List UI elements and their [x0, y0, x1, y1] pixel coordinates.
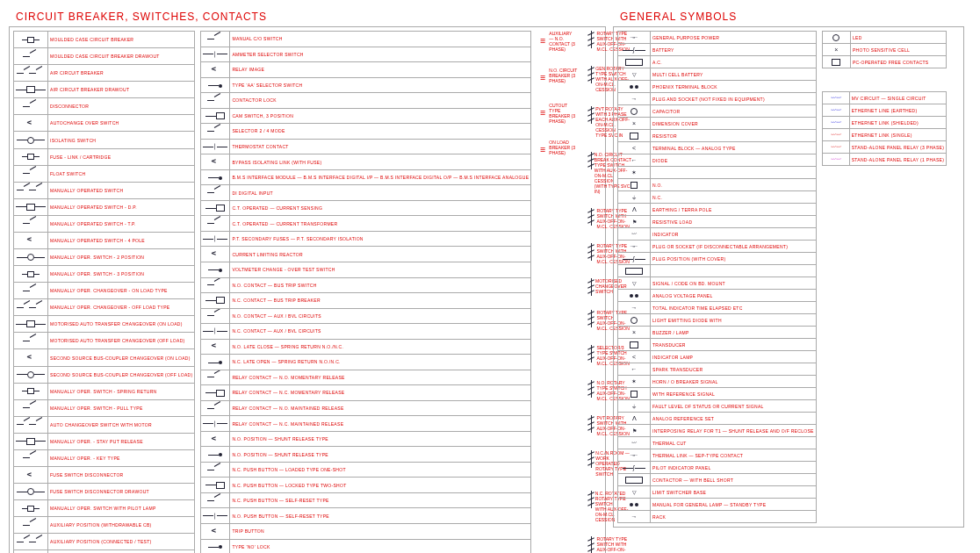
symbol-cell	[618, 68, 651, 81]
label-cell: CONTACTOR LOCK	[230, 93, 531, 109]
symbol-cell	[618, 376, 651, 388]
symbol-cell	[14, 165, 48, 182]
table-row: CONTACTOR — WITH BELL SHORT	[618, 474, 817, 486]
label-cell: ANALOG VOLTAGE PANEL	[651, 290, 817, 302]
symbol-cell	[14, 484, 48, 500]
label-cell: N.O. POSITION — SHUNT RELEASE TYPE	[230, 447, 531, 463]
label-cell: MOTORISED AUTO TRANSFER CHANGEOVER (ON L…	[48, 316, 195, 333]
symbol-cell	[822, 117, 849, 129]
symbol-cell	[14, 249, 48, 266]
symbol-cell	[618, 93, 651, 105]
table-row: MOTORISED AUTO TRANSFER CHANGEOVER (ON L…	[14, 316, 195, 333]
symbol-cell	[618, 277, 651, 290]
symbol-cell	[14, 82, 48, 98]
symbol-cell	[201, 200, 230, 216]
panel-general: GENERAL PURPOSE POWER∫BATTERYA.C.MULTI C…	[613, 26, 964, 528]
label-cell: MANUALLY OPER. - KEY TYPE	[48, 449, 195, 466]
table-row: ∣AMMETER SELECTOR SWITCH	[201, 47, 531, 62]
label-cell: MV CIRCUIT — SINGLE CIRCUIT	[849, 92, 946, 104]
label-cell: STAND-ALONE PANEL RELAY (3 PHASE)	[849, 141, 946, 154]
table-row: DISCONNECTOR	[14, 98, 195, 115]
symbol-cell	[618, 81, 651, 93]
table-row: THERMAL CUT	[618, 437, 817, 449]
symbol-cell	[618, 241, 651, 253]
table-row: CONTACTOR LOCK	[201, 93, 531, 109]
label-cell: PC-OPERATED FREE CONTACTS	[850, 56, 946, 68]
symbol-cell	[618, 388, 651, 400]
heading-circuit: CIRCUIT BREAKER, SWITCHES, CONTACTS	[16, 11, 606, 23]
label-cell: N.O. CONTACT — BUS TRIP SWITCH	[230, 277, 531, 293]
symbol-cell	[618, 142, 651, 154]
symbol-cell	[14, 500, 48, 517]
symbol-cell	[201, 62, 230, 78]
symbol-cell	[201, 247, 230, 262]
table-row: MANUALLY OPER. SWITCH - PULL TYPE	[14, 399, 195, 416]
symbol-cell	[618, 327, 651, 339]
breaker-3phase-icon	[540, 31, 545, 50]
label-cell: LIMIT SWITCHER BASE	[651, 486, 817, 499]
table-row: AIR CIRCUIT BREAKER DRAWOUT	[14, 82, 195, 98]
label-cell: MANUALLY OPERATED SWITCH - D.P.	[48, 198, 195, 215]
list-item: ON LOAD BREAKER (3 PHASE)	[540, 140, 577, 159]
symbol-cell: ∣	[201, 416, 230, 432]
rotary-switch-icon	[586, 345, 593, 363]
table-row: BUZZER / LAMP	[618, 327, 817, 339]
symbol-cell	[618, 118, 651, 130]
symbol-cell	[618, 486, 651, 499]
label-cell: N.C. PUSH BUTTON — SELF-RESET TYPE	[230, 492, 531, 508]
label-cell: N.C. PUSH BUTTON — LOADED TYPE ONE-SHOT	[230, 462, 531, 478]
label-cell: N.C. PUSH BUTTON — LOCKED TYPE TWO-SHOT	[230, 478, 531, 493]
label-cell: BUZZER / LAMP	[651, 327, 817, 339]
table-row: DIMENSION COVER	[618, 118, 817, 130]
rotary-switch-icon	[586, 450, 592, 468]
symbol-cell	[14, 65, 48, 82]
label: CUTOUT TYPE BREAKER (3 PHASE)	[549, 103, 577, 124]
table-row: SELECTOR 2 / 4 MODE	[201, 124, 531, 140]
table-row: ETHERNET LINK (SINGLE)	[822, 129, 946, 141]
symbol-cell	[618, 216, 651, 228]
label-cell: MANUALLY OPER. SWITCH WITH PILOT LAMP	[48, 500, 195, 517]
symbol-cell: ∫	[618, 253, 651, 265]
symbol-cell	[822, 32, 850, 44]
symbol-cell: ∫	[618, 462, 651, 474]
label-cell: TRANSDUCER	[651, 339, 817, 351]
table-row: MULTI CELL BATTERY	[618, 68, 817, 81]
label-cell: TOTAL INDICATOR TIME ELAPSED ETC	[651, 302, 817, 314]
symbol-cell	[201, 262, 230, 277]
label-cell: PLUG POSITION (WITH COVER)	[651, 253, 817, 265]
label-cell: BATTERY	[651, 44, 817, 56]
table-row: N.C. PUSH BUTTON — LOADED TYPE ONE-SHOT	[201, 462, 531, 478]
symbol-cell	[618, 413, 651, 425]
table-row: N.C. LATE OPEN — SPRING RETURN N.O./N.C.	[201, 355, 531, 370]
circuit-col3: AUXILIARY — N.O. CONTACT (3 PHASE)N.O. C…	[540, 31, 577, 553]
symbol-cell	[618, 154, 651, 167]
label-cell: DISCONNECTOR	[48, 98, 195, 115]
label-cell: CONTACTOR — WITH BELL SHORT	[651, 474, 817, 486]
table-row	[618, 167, 817, 179]
table-row: ∣P.T. SECONDARY FUSES — P.T. SECONDARY I…	[201, 231, 531, 247]
symbol-cell	[618, 191, 651, 204]
table-row: LED	[822, 32, 946, 44]
label-cell: DI DIGITAL INPUT	[230, 185, 531, 201]
symbol-cell: ∣	[201, 324, 230, 340]
table-row: MOULDED CASE CIRCUIT BREAKER	[14, 32, 195, 48]
table-row: STAND-ALONE PANEL RELAY (1 PHASE)	[822, 154, 946, 166]
label-cell: RESISTOR	[651, 130, 817, 142]
breaker-3phase-icon	[540, 140, 545, 159]
symbol-cell	[14, 215, 48, 232]
table-row: AIR CIRCUIT BREAKER	[14, 65, 195, 82]
label-cell: ETHERNET LINK (SINGLE)	[849, 129, 946, 141]
label-cell: LED	[850, 32, 946, 44]
label: AUXILIARY — N.O. CONTACT (3 PHASE)	[549, 31, 577, 52]
table-row: ∣RELAY CONTACT — N.C. MAINTAINED RELEASE	[201, 416, 531, 432]
table-row: MANUALLY OPERATED SWITCH	[14, 182, 195, 198]
symbol-cell	[201, 524, 230, 540]
label-cell: CURRENT LIMITING REACTOR	[230, 247, 531, 262]
symbol-cell	[201, 124, 230, 140]
label-cell: MOTORISED AUTO TRANSFER CHANGEOVER (OFF …	[48, 333, 195, 349]
label-cell: CAM SWITCH, 3 POSITION	[230, 108, 531, 124]
circuit-table-2: MANUAL C/O SWITCH∣AMMETER SELECTOR SWITC…	[200, 31, 531, 553]
label: ON LOAD BREAKER (3 PHASE)	[549, 140, 577, 155]
label-cell: ANALOG REFERENCE SET	[651, 413, 817, 425]
label-cell: MANUALLY OPERATED SWITCH - 4 POLE	[48, 232, 195, 248]
